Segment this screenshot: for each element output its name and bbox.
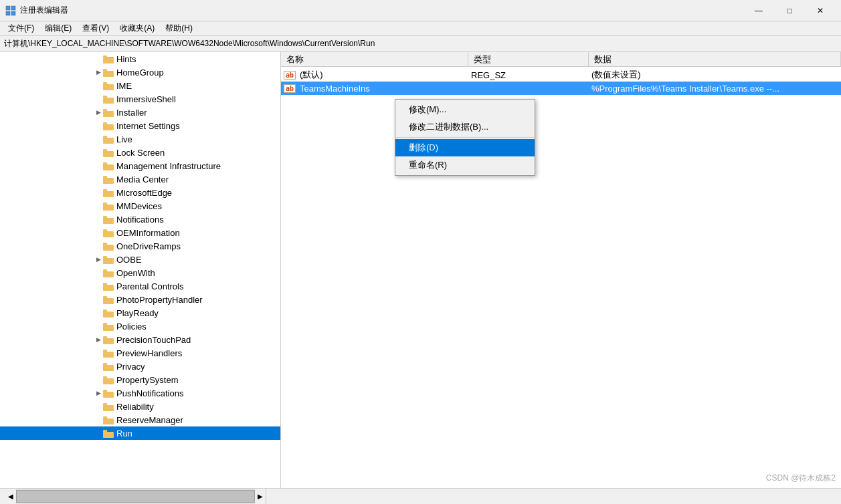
svg-rect-26 (103, 191, 114, 197)
ctx-item-modify[interactable]: 修改(M)... (395, 101, 535, 118)
svg-rect-12 (103, 98, 114, 104)
reg-data-default: (数值未设置) (591, 69, 838, 81)
tree-item-installer[interactable]: ▶ Installer (0, 106, 280, 119)
svg-rect-16 (103, 124, 114, 130)
tree-label-parental-controls: Parental Controls (116, 281, 183, 291)
svg-rect-36 (103, 258, 114, 264)
col-header-name[interactable]: 名称 (281, 52, 468, 66)
tree-item-immersiveshell[interactable]: ImmersiveShell (0, 92, 280, 106)
tree-item-property-system[interactable]: PropertySystem (0, 373, 280, 386)
scroll-left-arrow[interactable]: ◀ (5, 489, 16, 504)
scroll-right-arrow[interactable]: ▶ (255, 489, 266, 504)
tree-label-preview-handlers: PreviewHandlers (116, 348, 182, 358)
window-title: 注册表编辑器 (20, 5, 743, 16)
tree-item-notifications[interactable]: Notifications (0, 213, 280, 226)
menu-view[interactable]: 查看(V) (77, 21, 114, 35)
svg-rect-17 (103, 122, 107, 125)
tree-item-media-center[interactable]: Media Center (0, 172, 280, 186)
svg-rect-19 (103, 136, 107, 138)
folder-icon-reliability (103, 401, 114, 412)
tree-item-onedriveramps[interactable]: OneDriveRamps (0, 239, 280, 253)
folder-icon-notifications (103, 214, 114, 225)
tree-label-oeminformation: OEMInformation (116, 228, 180, 238)
ctx-item-rename[interactable]: 重命名(R) (395, 156, 535, 174)
tree-scroll[interactable]: Hints ▶ HomeGroup (0, 52, 280, 488)
tree-item-mgmt-infra[interactable]: Management Infrastructure (0, 159, 280, 172)
tree-item-reliability[interactable]: Reliability (0, 400, 280, 413)
tree-item-privacy[interactable]: Privacy (0, 360, 280, 373)
tree-item-microsoftedge[interactable]: MicrosoftEdge (0, 186, 280, 199)
tree-item-run[interactable]: Run (0, 426, 280, 440)
folder-icon-precision-touchpad (103, 334, 114, 345)
tree-item-precision-touchpad[interactable]: ▶ PrecisionTouchPad (0, 333, 280, 346)
arrow-immersiveshell (94, 92, 103, 106)
tree-label-homegroup: HomeGroup (116, 68, 164, 78)
maximize-button[interactable]: □ (774, 0, 805, 21)
arrow-microsoftedge (94, 186, 103, 199)
folder-icon-photo-property (103, 294, 114, 305)
tree-item-photo-property[interactable]: PhotoPropertyHandler (0, 293, 280, 306)
tree-item-ime[interactable]: IME (0, 79, 280, 92)
col-header-data[interactable]: 数据 (589, 52, 841, 66)
tree-item-internet-settings[interactable]: Internet Settings (0, 119, 280, 132)
arrow-openwith (94, 266, 103, 279)
tree-label-lockscreen: Lock Screen (116, 148, 165, 158)
tree-label-property-system: PropertySystem (116, 375, 178, 385)
menu-file[interactable]: 文件(F) (3, 21, 39, 35)
tree-item-policies[interactable]: Policies (0, 320, 280, 333)
menu-favorites[interactable]: 收藏夹(A) (114, 21, 160, 35)
arrow-media-center (94, 172, 103, 186)
tree-item-reserve-manager[interactable]: ReserveManager (0, 413, 280, 426)
svg-rect-37 (103, 256, 107, 259)
arrow-policies (94, 320, 103, 333)
svg-rect-34 (103, 245, 114, 251)
arrow-oeminformation (94, 226, 103, 239)
tree-item-lockscreen[interactable]: Lock Screen (0, 146, 280, 159)
tree-label-photo-property: PhotoPropertyHandler (116, 295, 203, 305)
tree-item-parental-controls[interactable]: Parental Controls (0, 279, 280, 293)
scroll-track[interactable] (16, 489, 255, 504)
address-path[interactable]: 计算机\HKEY_LOCAL_MACHINE\SOFTWARE\WOW6432N… (4, 38, 375, 49)
tree-item-push-notifications[interactable]: ▶ PushNotifications (0, 386, 280, 400)
arrow-mmdevices (94, 199, 103, 213)
svg-rect-20 (103, 151, 114, 157)
folder-icon-openwith (103, 267, 114, 278)
arrow-push-notifications: ▶ (94, 386, 103, 400)
menu-edit[interactable]: 编辑(E) (39, 21, 77, 35)
tree-item-live[interactable]: Live (0, 132, 280, 146)
svg-rect-47 (103, 323, 107, 326)
reg-item-teamsmachine[interactable]: ab TeamsMachineIns %ProgramFiles%\Teams … (281, 82, 841, 95)
tree-item-openwith[interactable]: OpenWith (0, 266, 280, 279)
reg-name-default: (默认) (300, 69, 471, 81)
arrow-run (94, 426, 103, 440)
tree-item-homegroup[interactable]: ▶ HomeGroup (0, 66, 280, 79)
folder-icon-property-system (103, 374, 114, 385)
tree-item-oobe[interactable]: ▶ OOBE (0, 253, 280, 266)
reg-item-default[interactable]: ab (默认) REG_SZ (数值未设置) (281, 68, 841, 82)
tree-item-oeminformation[interactable]: OEMInformation (0, 226, 280, 239)
minimize-button[interactable]: — (743, 0, 774, 21)
close-button[interactable]: ✕ (805, 0, 836, 21)
tree-item-hints[interactable]: Hints (0, 52, 280, 66)
svg-rect-43 (103, 296, 107, 299)
arrow-oobe: ▶ (94, 253, 103, 266)
tree-label-mgmt-infra: Management Infrastructure (116, 161, 221, 171)
arrow-photo-property (94, 293, 103, 306)
tree-item-preview-handlers[interactable]: PreviewHandlers (0, 346, 280, 360)
ctx-item-modify-binary[interactable]: 修改二进制数据(B)... (395, 118, 535, 136)
arrow-precision-touchpad: ▶ (94, 333, 103, 346)
tree-label-run: Run (116, 428, 132, 438)
tree-label-media-center: Media Center (116, 174, 169, 184)
tree-item-playready[interactable]: PlayReady (0, 306, 280, 320)
svg-rect-45 (103, 309, 107, 312)
folder-icon-ime (103, 80, 114, 91)
ctx-item-delete[interactable]: 删除(D) (395, 139, 535, 156)
menu-help[interactable]: 帮助(H) (160, 21, 198, 35)
tree-label-onedriveramps: OneDriveRamps (116, 241, 181, 251)
col-header-type[interactable]: 类型 (468, 52, 589, 66)
svg-rect-41 (103, 283, 107, 285)
tree-item-mmdevices[interactable]: MMDevices (0, 199, 280, 213)
tree-label-installer: Installer (116, 108, 147, 118)
tree-label-mmdevices: MMDevices (116, 201, 162, 211)
status-scrollbar[interactable]: ◀ ▶ (5, 489, 266, 504)
